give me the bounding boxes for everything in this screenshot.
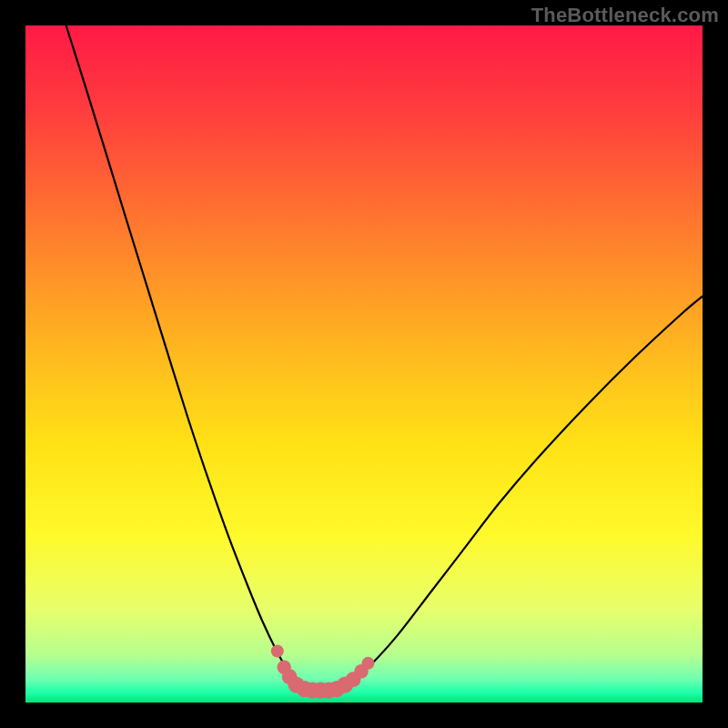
chart-frame: TheBottleneck.com <box>0 0 728 728</box>
trough-marker <box>361 657 374 670</box>
watermark-text: TheBottleneck.com <box>531 4 719 27</box>
plot-area <box>25 25 703 703</box>
trough-marker <box>271 644 284 657</box>
gradient-background <box>25 25 703 703</box>
chart-svg <box>25 25 703 703</box>
